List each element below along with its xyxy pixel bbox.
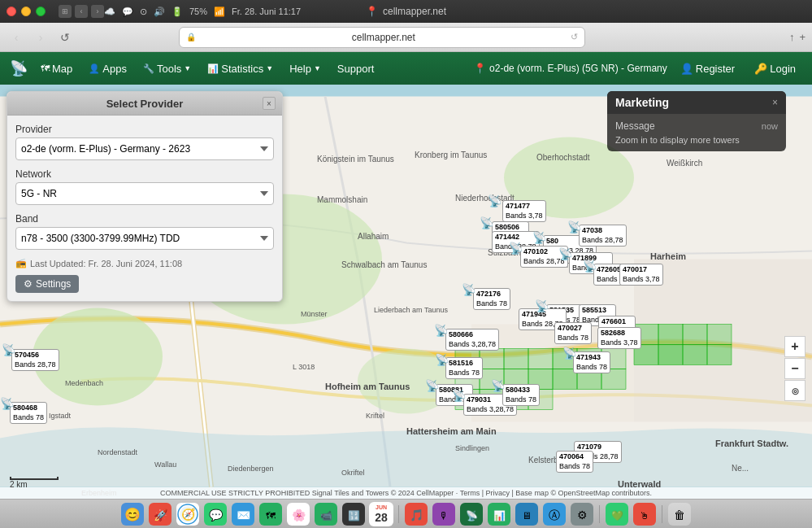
address-bar[interactable]: 🔒 cellmapper.net ↺ [179, 27, 585, 48]
dock-facetime[interactable]: 📹 [314, 502, 338, 526]
forward-btn[interactable]: › [91, 5, 104, 18]
tower-470064[interactable]: 470064 Bands 78 [556, 451, 593, 473]
dock-safari[interactable]: 🧭 [176, 502, 200, 526]
dock-trash[interactable]: 🗑 [667, 502, 692, 526]
dock-podcasts[interactable]: 🎙 [432, 502, 456, 526]
svg-text:🖱: 🖱 [640, 510, 649, 521]
close-window-button[interactable] [7, 7, 16, 16]
dock-separator-1 [398, 505, 399, 523]
share-button[interactable]: ↑ [789, 31, 795, 43]
nav-right: 📍 o2-de (vorm. E-Plus) (5G NR) - Germany… [474, 59, 802, 78]
reload-button[interactable]: ↺ [55, 28, 75, 47]
battery-percent: 75% [189, 7, 207, 16]
forward-button[interactable]: › [31, 28, 50, 47]
dock-calendar[interactable]: JUN 28 [369, 502, 393, 526]
marketing-close-button[interactable]: × [772, 97, 778, 108]
dock-mail[interactable]: ✉️ [231, 502, 255, 526]
band-select[interactable]: n78 - 3500 (3300-3799.99MHz) TDD [15, 227, 274, 250]
tower-470027[interactable]: 470027 Bands 78 [554, 322, 592, 344]
svg-text:🗑: 🗑 [674, 508, 685, 521]
nav-statistics[interactable]: 📊 Statistics ▼ [201, 59, 280, 78]
dock-toolbox[interactable]: 📡 [459, 502, 484, 526]
svg-text:📡: 📡 [466, 509, 478, 521]
zoom-in-button[interactable]: + [784, 336, 805, 357]
tower-471943[interactable]: 471943 Bands 78 [573, 351, 610, 373]
dock-separator-3 [662, 505, 662, 523]
fullscreen-window-button[interactable] [36, 7, 46, 16]
tower-icon-472605: 📡 [583, 260, 597, 273]
safari-toolbar: ‹ › ↺ 🔒 cellmapper.net ↺ ↑ + [0, 23, 812, 52]
svg-rect-27 [683, 325, 707, 345]
map-container[interactable]: Königstein im Taunus Kronberg im Taunus … [0, 85, 812, 499]
marketing-time: now [762, 121, 778, 131]
nav-tools[interactable]: 🔧 Tools ▼ [137, 59, 198, 78]
tower-582688[interactable]: 582688 Bands 3,78 [597, 327, 641, 349]
svg-text:Oberhochstadt: Oberhochstadt [536, 153, 590, 162]
location-icon: 📍 [366, 6, 378, 17]
tower-580666[interactable]: 580666 Bands 3,28,78 [445, 329, 499, 351]
zoom-location-button[interactable]: ◎ [784, 380, 805, 401]
tower-470017[interactable]: 470017 Bands 3,78 [619, 264, 663, 286]
sidebar-toggle[interactable]: ⊞ [59, 5, 72, 18]
dock-photos[interactable]: 🌸 [286, 502, 310, 526]
new-tab-button[interactable]: + [799, 31, 805, 43]
zoom-out-button[interactable]: − [784, 358, 805, 379]
dock-bettertouchtool[interactable]: 🖱 [632, 502, 657, 526]
tower-581516[interactable]: 581516 Bands 78 [445, 357, 483, 379]
dock-keynote[interactable]: 🖥 [515, 502, 539, 526]
dock-appstore[interactable]: Ⓐ [542, 502, 567, 526]
tower-471477[interactable]: 471477 Bands 3,78 [502, 200, 546, 222]
svg-text:Kronberg im Taunus: Kronberg im Taunus [415, 151, 487, 159]
dock-numbers[interactable]: 📊 [487, 502, 511, 526]
minimize-window-button[interactable] [21, 7, 31, 16]
settings-button[interactable]: ⚙ Settings [15, 275, 79, 293]
rss-icon: 📻 [15, 258, 27, 268]
reload-icon: ↺ [571, 32, 578, 42]
provider-group: Provider o2-de (vorm. E-Plus) - Germany … [15, 124, 274, 160]
svg-text:Hattersheim am Main: Hattersheim am Main [406, 426, 497, 436]
dock-messages[interactable]: 💬 [203, 502, 228, 526]
dock-music[interactable]: 🎵 [404, 502, 428, 526]
svg-text:Frankfurt Stadtw.: Frankfurt Stadtw. [715, 439, 788, 448]
location-pin-icon: 📍 [474, 63, 486, 74]
svg-text:📊: 📊 [493, 509, 506, 521]
nav-map[interactable]: 🗺 Map [34, 59, 79, 78]
tower-47038[interactable]: 47038 Bands 28,78 [579, 225, 627, 247]
tower-580433[interactable]: 580433 Bands 78 [502, 384, 540, 406]
dock-finder[interactable]: 😊 [120, 502, 145, 526]
tower-icon-479031: 📡 [452, 389, 466, 402]
svg-rect-9 [504, 349, 528, 369]
svg-rect-8 [480, 349, 504, 369]
marketing-body: Message now Zoom in to display more towe… [607, 114, 786, 151]
tower-570456[interactable]: 570456 Bands 28,78 [11, 349, 59, 371]
svg-text:Okriftel: Okriftel [341, 469, 365, 477]
airplay-icon: ⊙ [140, 7, 147, 17]
svg-text:Schwalbach am Taunus: Schwalbach am Taunus [341, 260, 427, 269]
svg-text:🖥: 🖥 [522, 510, 532, 521]
marketing-zoom-text: Zoom in to display more towers [615, 135, 778, 145]
network-select[interactable]: 5G - NR [15, 182, 274, 205]
dock-system-prefs[interactable]: ⚙ [570, 502, 594, 526]
nav-register[interactable]: 👤 Register [674, 59, 741, 78]
nav-support[interactable]: Support [331, 59, 381, 78]
back-button[interactable]: ‹ [7, 28, 26, 47]
nav-help[interactable]: Help ▼ [283, 59, 328, 78]
dock-whatsapp[interactable]: 💚 [605, 502, 629, 526]
tower-580468[interactable]: 580468 Bands 78 [10, 402, 47, 424]
panel-close-button[interactable]: × [263, 97, 276, 110]
tower-icon-471943: 📡 [562, 347, 576, 360]
dock-launchpad[interactable]: 🚀 [148, 502, 172, 526]
nav-apps[interactable]: 👤 Apps [82, 59, 133, 78]
dock-calculator[interactable]: 🔢 [341, 502, 366, 526]
provider-select[interactable]: o2-de (vorm. E-Plus) - Germany - 2623 [15, 137, 274, 160]
nav-login[interactable]: 🔑 Login [748, 59, 802, 78]
volume-icon: 🔊 [154, 7, 165, 17]
svg-rect-32 [707, 345, 732, 365]
tower-icon-471899: 📡 [558, 247, 572, 260]
login-icon: 🔑 [754, 63, 767, 75]
svg-text:Hofheim am Taunus: Hofheim am Taunus [325, 382, 410, 391]
dock-maps[interactable]: 🗺 [258, 502, 283, 526]
tower-472176[interactable]: 472176 Bands 78 [473, 288, 510, 310]
svg-text:Diedenbergen: Diedenbergen [228, 465, 274, 473]
back-btn[interactable]: ‹ [75, 5, 88, 18]
